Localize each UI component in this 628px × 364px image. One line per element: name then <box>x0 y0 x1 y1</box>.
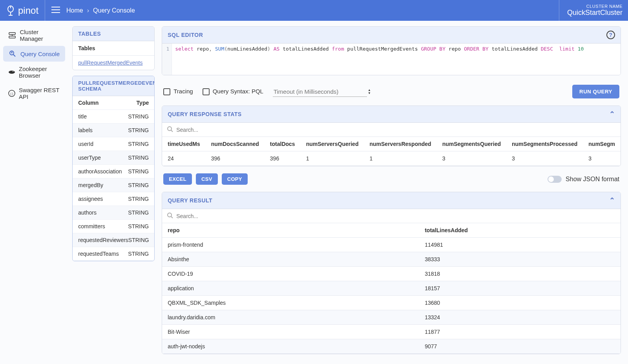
schema-row[interactable]: userTypeSTRING <box>73 151 154 165</box>
schema-col: userType <box>78 155 128 161</box>
schema-type: STRING <box>128 182 149 188</box>
stats-cell: 24 <box>162 151 205 166</box>
excel-button[interactable]: EXCEL <box>163 173 192 185</box>
stats-header[interactable]: numSegmentsProcessed <box>506 137 583 151</box>
result-cell: 9077 <box>419 339 621 354</box>
sql-code-editor[interactable]: 1 select repo, SUM(numLinesAdded) AS tot… <box>162 44 621 75</box>
cluster-info: CLUSTER NAME QuickStartCluster <box>559 0 628 21</box>
line-gutter: 1 <box>162 44 172 75</box>
schema-row[interactable]: requestedReviewersSTRING <box>73 233 154 247</box>
schema-row[interactable]: authorAssociationSTRING <box>73 165 154 178</box>
schema-panel-title: PULLREQUESTMERGEDEVENTS SCHEMA <box>73 76 154 96</box>
stats-table: timeUsedMsnumDocsScannedtotalDocsnumServ… <box>162 137 621 166</box>
brand-text: pinot <box>18 5 38 16</box>
sql-editor-panel: SQL EDITOR ? 1 select repo, SUM(numLines… <box>162 26 621 75</box>
schema-row[interactable]: userIdSTRING <box>73 137 154 151</box>
result-cell: 11877 <box>419 325 621 339</box>
brand-logo[interactable]: pinot <box>6 5 38 16</box>
result-row[interactable]: QBXML_SDK_Samples13680 <box>162 296 621 310</box>
help-icon[interactable]: ? <box>606 31 615 39</box>
zk-icon <box>8 69 16 75</box>
sidebar-item-query-console[interactable]: Query Console <box>3 46 65 62</box>
schema-row[interactable]: requestedTeamsSTRING <box>73 247 154 261</box>
stats-header[interactable]: numSegm <box>583 137 621 151</box>
result-row[interactable]: COVID-1931818 <box>162 267 621 281</box>
result-cell: 114981 <box>419 238 621 252</box>
collapse-icon[interactable]: ⌃ <box>609 196 615 205</box>
result-cell: 31818 <box>419 267 621 281</box>
sql-editor-title: SQL EDITOR <box>168 32 203 38</box>
svg-point-18 <box>168 127 172 131</box>
schema-row[interactable]: labelsSTRING <box>73 124 154 137</box>
tables-panel: TABLES Tables pullRequestMergedEvents <box>72 26 155 70</box>
result-cell: QBXML_SDK_Samples <box>162 296 419 310</box>
schema-type: STRING <box>128 251 149 257</box>
pql-checkbox[interactable] <box>203 88 210 95</box>
schema-row[interactable]: mergedBySTRING <box>73 178 154 192</box>
stats-search-input[interactable] <box>176 127 616 133</box>
schema-header-row: Column Type <box>73 96 154 110</box>
stats-header[interactable]: timeUsedMs <box>162 137 205 151</box>
sidebar-item-label: Cluster Manager <box>20 29 60 42</box>
schema-row[interactable]: authorsSTRING <box>73 206 154 220</box>
collapse-icon[interactable]: ⌃ <box>609 110 615 118</box>
sidebar-item-zookeeper-browser[interactable]: Zookeeper Browser <box>3 62 65 83</box>
pql-control[interactable]: Query Syntax: PQL <box>203 88 263 95</box>
svg-text:{ }: { } <box>11 92 13 95</box>
result-cell: 38333 <box>419 252 621 267</box>
controls-row: Tracing Query Syntax: PQL ▲▼ RUN QUERY <box>162 81 621 106</box>
result-header[interactable]: totalLinesAdded <box>419 223 621 238</box>
csv-button[interactable]: CSV <box>196 173 218 185</box>
search-icon <box>167 212 173 220</box>
tracing-control[interactable]: Tracing <box>163 88 193 95</box>
timeout-stepper[interactable]: ▲▼ <box>368 89 371 95</box>
stats-header[interactable]: numServersResponded <box>364 137 436 151</box>
svg-point-14 <box>9 71 15 74</box>
json-toggle[interactable] <box>548 176 562 183</box>
schema-type: STRING <box>128 155 149 161</box>
stats-header[interactable]: totalDocs <box>265 137 301 151</box>
result-row[interactable]: auth-jwt-nodejs9077 <box>162 339 621 354</box>
result-row[interactable]: Bit-Wiser11877 <box>162 325 621 339</box>
schema-col: authors <box>78 209 128 216</box>
svg-rect-8 <box>9 36 15 38</box>
breadcrumb-home[interactable]: Home <box>66 7 83 14</box>
stats-cell: 1 <box>364 151 436 166</box>
stats-cell: 396 <box>265 151 301 166</box>
query-icon <box>8 50 17 58</box>
hamburger-icon[interactable] <box>51 6 60 15</box>
schema-row[interactable]: assigneesSTRING <box>73 192 154 206</box>
sql-code[interactable]: select repo, SUM(numLinesAdded) AS total… <box>172 44 621 75</box>
schema-type: STRING <box>128 141 149 147</box>
result-row[interactable]: laundry.daridia.com13324 <box>162 310 621 325</box>
result-cell: prism-frontend <box>162 238 419 252</box>
result-cell: 18157 <box>419 281 621 296</box>
stats-header[interactable]: numSegmentsQueried <box>437 137 506 151</box>
run-query-button[interactable]: RUN QUERY <box>572 85 619 98</box>
stats-title: QUERY RESPONSE STATS <box>168 111 241 117</box>
result-row[interactable]: prism-frontend114981 <box>162 238 621 252</box>
schema-col: title <box>78 113 128 120</box>
schema-row[interactable]: titleSTRING <box>73 110 154 124</box>
schema-col: requestedReviewers <box>78 237 128 243</box>
pinot-icon <box>6 5 15 16</box>
result-cell: 13324 <box>419 310 621 325</box>
schema-row[interactable]: committersSTRING <box>73 220 154 233</box>
sidebar-item-cluster-manager[interactable]: Cluster Manager <box>3 25 65 46</box>
sidebar-item-swagger-rest-api[interactable]: { }Swagger REST API <box>3 83 65 104</box>
copy-button[interactable]: COPY <box>222 173 248 185</box>
result-header[interactable]: repo <box>162 223 419 238</box>
tables-panel-title: TABLES <box>73 27 154 41</box>
stats-header[interactable]: numServersQueried <box>301 137 364 151</box>
tracing-checkbox[interactable] <box>163 88 170 95</box>
swagger-icon: { } <box>8 89 16 97</box>
topbar: pinot Home › Query Console CLUSTER NAME … <box>0 0 628 21</box>
timeout-input[interactable] <box>273 87 367 97</box>
schema-col: committers <box>78 223 128 229</box>
result-row[interactable]: Absinthe38333 <box>162 252 621 267</box>
chevron-right-icon: › <box>87 7 89 14</box>
stats-header[interactable]: numDocsScanned <box>206 137 265 151</box>
result-search-input[interactable] <box>176 213 616 219</box>
result-row[interactable]: application18157 <box>162 281 621 296</box>
table-link[interactable]: pullRequestMergedEvents <box>73 56 154 70</box>
